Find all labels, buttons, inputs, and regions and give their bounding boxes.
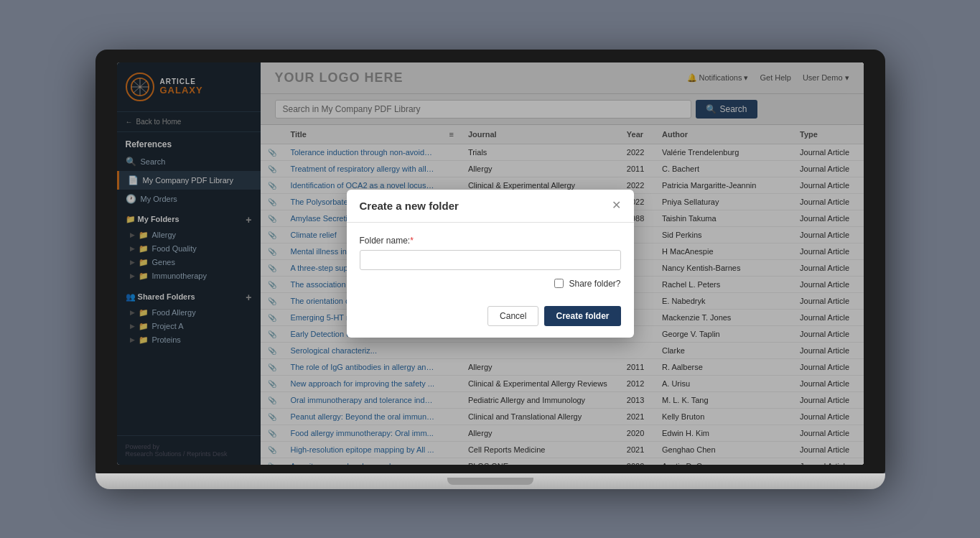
laptop-screen-outer: ARTICLE GALAXY ← Back to Home References…: [95, 50, 885, 473]
modal-overlay: Create a new folder ✕ Folder name:*: [261, 62, 864, 465]
laptop-notch: [447, 478, 533, 485]
laptop-shell: ARTICLE GALAXY ← Back to Home References…: [95, 50, 885, 489]
laptop-base: [95, 473, 885, 489]
main-content: YOUR LOGO HERE 🔔 Notifications ▾ Get Hel…: [261, 62, 864, 465]
laptop-screen-inner: ARTICLE GALAXY ← Back to Home References…: [117, 62, 864, 465]
create-folder-modal: Create a new folder ✕ Folder name:*: [347, 190, 634, 338]
app-container: ARTICLE GALAXY ← Back to Home References…: [117, 62, 864, 465]
share-folder-checkbox[interactable]: [554, 279, 564, 288]
folder-name-label: Folder name:*: [360, 236, 621, 246]
create-folder-button[interactable]: Create folder: [544, 306, 620, 326]
cancel-button[interactable]: Cancel: [487, 306, 538, 326]
modal-body: Folder name:* Share folder?: [347, 223, 634, 297]
folder-name-input[interactable]: [360, 250, 621, 270]
required-indicator: *: [410, 236, 414, 246]
modal-close-button[interactable]: ✕: [612, 200, 621, 211]
share-folder-row: Share folder?: [360, 279, 621, 289]
share-folder-label: Share folder?: [569, 279, 620, 289]
modal-title: Create a new folder: [360, 200, 459, 212]
modal-header: Create a new folder ✕: [347, 190, 634, 223]
modal-footer: Cancel Create folder: [347, 297, 634, 338]
